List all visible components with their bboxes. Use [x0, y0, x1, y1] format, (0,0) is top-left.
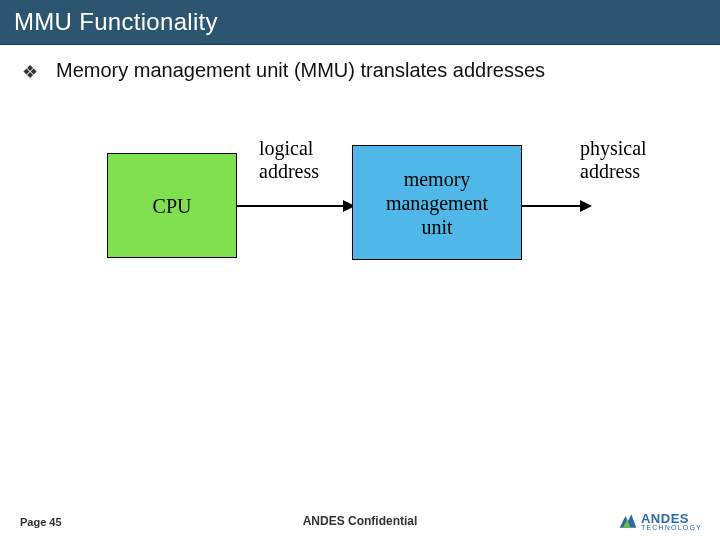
mmu-diagram: CPU logical address memory management un…	[22, 125, 698, 325]
slide-title: MMU Functionality	[14, 8, 218, 35]
bullet-item: ❖ Memory management unit (MMU) translate…	[22, 59, 698, 85]
mmu-box: memory management unit	[352, 145, 522, 260]
logical-address-label: logical address	[259, 137, 319, 183]
arrow-logical-line	[237, 205, 345, 207]
confidential-label: ANDES Confidential	[303, 514, 418, 528]
page-number: Page 45	[20, 516, 62, 528]
footer: Page 45 ANDES Confidential ANDES TECHNOL…	[0, 504, 720, 528]
andes-logo: ANDES TECHNOLOGY	[618, 511, 702, 531]
slide-content: ❖ Memory management unit (MMU) translate…	[0, 45, 720, 339]
arrow-physical-line	[522, 205, 582, 207]
cpu-box: CPU	[107, 153, 237, 258]
andes-logo-icon	[618, 511, 638, 531]
physical-address-label: physical address	[580, 137, 647, 183]
logo-subtext: TECHNOLOGY	[641, 524, 702, 531]
title-bar: MMU Functionality	[0, 0, 720, 45]
cpu-label: CPU	[153, 194, 192, 218]
bullet-text: Memory management unit (MMU) translates …	[56, 59, 545, 82]
arrow-physical-head-icon	[580, 200, 592, 212]
diamond-bullet-icon: ❖	[22, 59, 38, 85]
mmu-label: memory management unit	[386, 167, 488, 239]
